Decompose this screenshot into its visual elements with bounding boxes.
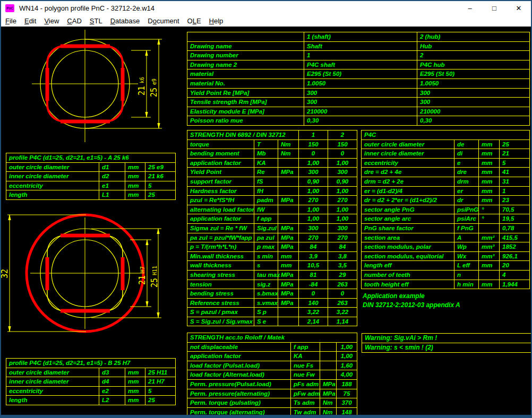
cell: outer circle diameter [6, 162, 99, 172]
cell: 41 [500, 168, 530, 177]
menu-item-cad[interactable]: CAD [67, 17, 81, 25]
cell: dre [454, 168, 479, 177]
cell: support factor [187, 177, 254, 186]
column-header: 2 [328, 130, 357, 140]
cell: 25 e9 [145, 162, 176, 172]
close-button[interactable]: ✕ [507, 1, 531, 15]
hub-profile-drawing: 32 21 H7 25 H11 [1, 207, 184, 362]
cell: Wx [454, 251, 479, 261]
cell: sector angle PnG [362, 205, 454, 214]
cell: 4,00 [337, 370, 357, 380]
cell [479, 270, 500, 280]
cell: 210000 [417, 107, 530, 116]
cell: d4 [99, 377, 125, 387]
cell: 1,00 [337, 342, 357, 352]
dim-label-width: 32 [1, 269, 10, 278]
roloff-strength-table: STRENGTH acc.to Roloff / Mateknot displa… [187, 333, 357, 415]
cell: mm [125, 181, 145, 190]
menu-item-edit[interactable]: Edit [24, 17, 36, 25]
cell: psiPnG [454, 205, 479, 214]
column-header: P4C [362, 130, 530, 140]
menu-item-help[interactable]: Help [209, 17, 224, 25]
cell: pa zul [254, 233, 278, 242]
cell: 20 [500, 261, 530, 271]
cell: 25 [145, 190, 176, 200]
cell: 300 [328, 223, 357, 233]
cell: 270 [299, 196, 328, 205]
cell: wall thickness [187, 261, 254, 271]
content-area: 21 k6 25 e9 [1, 27, 531, 415]
cell: ° [479, 214, 500, 224]
svg-text:32: 32 [1, 269, 10, 278]
cell: 0 [328, 289, 357, 299]
cell [278, 214, 299, 224]
cell: 1,00 [337, 352, 357, 361]
svg-text:e9: e9 [151, 79, 157, 85]
cell: f PnG [454, 223, 479, 233]
cell: 140 [299, 298, 328, 308]
cell: Perm. torque (pulsating) [187, 398, 291, 408]
cell: not displaceable [187, 342, 291, 352]
cell: length [6, 190, 99, 200]
cell: 1,00 [328, 158, 357, 168]
cell: MPa [278, 289, 299, 299]
cell: application factor [187, 352, 291, 361]
cell: 148 [337, 407, 357, 415]
cell: 2 [417, 51, 530, 60]
cell: -84 [299, 280, 328, 289]
cell: e2 [99, 386, 125, 396]
maximize-button[interactable]: □ [482, 1, 507, 15]
cell: 263 [328, 280, 357, 289]
cell: Perm. torque (alternating) [187, 407, 291, 415]
cell: Yield Point Re [MPa] [187, 88, 304, 98]
cell: 21 [500, 149, 530, 159]
cell: load factor (Alternat.load) [187, 370, 291, 380]
cell: outer circle diameter [6, 368, 99, 377]
cell: inner circle diameter [362, 149, 454, 159]
cell: fS [254, 177, 278, 186]
menu-item-document[interactable]: Document [148, 17, 179, 25]
cell: L2 [99, 396, 125, 405]
column-header: STRENGTH DIN 6892 / DIN 32712 [187, 130, 299, 140]
cell: Mb [254, 149, 278, 159]
din-appendix-note: DIN 32712-2:2012-03 appendix A [363, 301, 460, 309]
cell: 300 [299, 168, 328, 177]
cell: tooth height eff [362, 280, 454, 289]
cell: 300 [299, 223, 328, 233]
cell: dr = d2 + 2*er = (d1+d2)/2 [362, 196, 454, 205]
cell: mm [125, 162, 145, 172]
cell: mm [278, 251, 299, 261]
minimize-button[interactable]: – [458, 1, 482, 15]
cell: alternating load factor [187, 205, 254, 214]
cell: 2,14 [299, 317, 328, 326]
window-controls: – □ ✕ [458, 1, 531, 15]
cell: 25 [145, 396, 176, 405]
cell: bending stress [187, 289, 254, 299]
menu-item-database[interactable]: Database [110, 17, 140, 25]
cell [278, 308, 299, 317]
cell: Drawing name 2 [187, 60, 304, 69]
cell: L1 [99, 190, 125, 200]
cell [320, 352, 337, 361]
cell: mm [479, 196, 500, 205]
cell: 84 [299, 242, 328, 252]
menu-item-view[interactable]: View [44, 17, 59, 25]
cell: 1,60 [337, 361, 357, 370]
cell: er [454, 186, 479, 196]
cell: 81 [299, 270, 328, 280]
svg-text:21: 21 [137, 86, 147, 95]
cell: Hardness factor [187, 186, 254, 196]
dim-label-outer: 25 e9 [149, 79, 159, 97]
cell: 19,5 [500, 214, 530, 224]
menu-item-ole[interactable]: OLE [187, 17, 201, 25]
cell: Yield Point [187, 168, 254, 177]
cell: 270 [299, 233, 328, 242]
cell [278, 205, 299, 214]
shaft-profile-table: profile P4C (d1=25, d2=21, e1=5) - A 25 … [6, 153, 176, 200]
cell: 21 k6 [145, 172, 176, 181]
menu-item-file[interactable]: File [5, 17, 16, 25]
menu-item-stl[interactable]: STL [90, 17, 102, 25]
cell: p max [254, 242, 278, 252]
cell [278, 317, 299, 326]
column-header: 1 [299, 130, 328, 140]
